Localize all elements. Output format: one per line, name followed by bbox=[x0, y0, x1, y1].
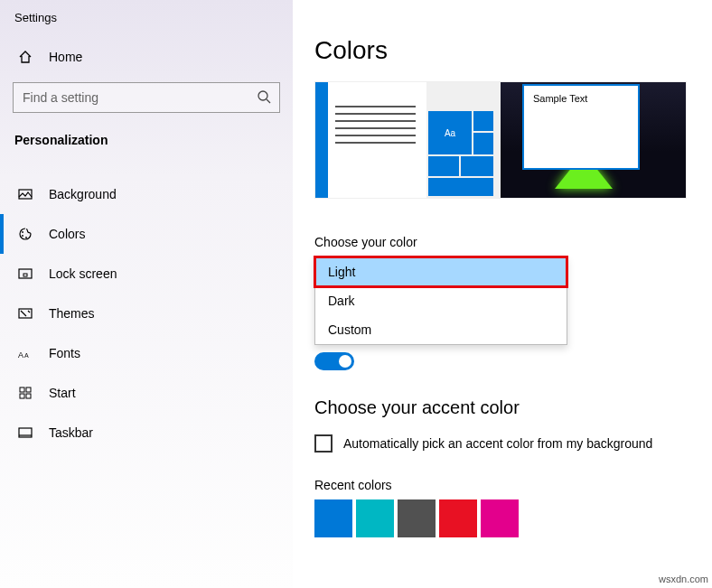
preview-sample-text: Sample Text bbox=[533, 93, 587, 104]
sidebar-item-label: Taskbar bbox=[49, 425, 93, 440]
svg-rect-11 bbox=[20, 387, 24, 392]
taskbar-icon bbox=[18, 425, 33, 440]
page-title: Colors bbox=[314, 36, 687, 65]
accent-heading: Choose your accent color bbox=[314, 397, 687, 418]
theme-preview: Aa Sample Text bbox=[314, 81, 687, 199]
preview-tiles: Aa bbox=[426, 82, 501, 198]
svg-point-3 bbox=[22, 231, 23, 233]
toggle-behind-dropdown bbox=[314, 352, 687, 370]
start-icon bbox=[18, 386, 33, 400]
app-title: Settings bbox=[0, 9, 293, 41]
home-label: Home bbox=[49, 50, 82, 64]
svg-rect-12 bbox=[26, 387, 31, 392]
preview-window: Sample Text bbox=[522, 84, 640, 170]
svg-point-0 bbox=[258, 91, 267, 100]
themes-icon bbox=[18, 306, 33, 321]
color-mode-dropdown[interactable]: Light Dark Custom bbox=[314, 257, 567, 345]
swatch-0[interactable] bbox=[314, 499, 352, 537]
sidebar-item-label: Themes bbox=[49, 306, 95, 321]
recent-colors-label: Recent colors bbox=[314, 478, 687, 492]
auto-pick-row[interactable]: Automatically pick an accent color from … bbox=[314, 434, 687, 453]
sidebar-item-label: Lock screen bbox=[49, 266, 117, 281]
sidebar-item-label: Colors bbox=[49, 227, 85, 241]
swatch-1[interactable] bbox=[356, 499, 394, 537]
auto-pick-checkbox[interactable] bbox=[314, 434, 333, 453]
swatch-4[interactable] bbox=[481, 499, 519, 537]
nav-list: Background Colors Lock screen Themes AA … bbox=[0, 174, 293, 453]
lockscreen-icon bbox=[18, 266, 33, 281]
color-option-custom[interactable]: Custom bbox=[315, 315, 567, 344]
svg-rect-13 bbox=[20, 394, 24, 398]
preview-accent-bar bbox=[315, 82, 328, 198]
svg-point-5 bbox=[25, 237, 27, 238]
palette-icon bbox=[18, 227, 33, 241]
main-content: Colors Aa Sample Text Choose your c bbox=[293, 0, 712, 588]
sidebar-item-label: Fonts bbox=[49, 346, 80, 360]
color-option-dark[interactable]: Dark bbox=[315, 286, 567, 315]
home-button[interactable]: Home bbox=[0, 41, 293, 73]
sidebar-item-start[interactable]: Start bbox=[0, 373, 293, 413]
preview-light: Aa bbox=[315, 82, 501, 198]
search-input[interactable] bbox=[13, 82, 280, 113]
sidebar-item-background[interactable]: Background bbox=[0, 174, 293, 214]
preview-list bbox=[328, 82, 426, 198]
fonts-icon: AA bbox=[18, 346, 33, 360]
sidebar-item-colors[interactable]: Colors bbox=[0, 214, 293, 254]
svg-text:A: A bbox=[24, 352, 29, 359]
category-heading: Personalization bbox=[0, 113, 293, 156]
auto-pick-label: Automatically pick an accent color from … bbox=[343, 436, 652, 451]
sidebar-item-label: Background bbox=[49, 187, 117, 201]
choose-color-label: Choose your color bbox=[314, 235, 687, 249]
sidebar-item-taskbar[interactable]: Taskbar bbox=[0, 413, 293, 453]
sidebar: Settings Home Personalization Background… bbox=[0, 0, 293, 588]
image-icon bbox=[18, 187, 33, 201]
svg-rect-8 bbox=[19, 309, 32, 318]
color-option-light[interactable]: Light bbox=[315, 257, 567, 286]
toggle-switch[interactable] bbox=[314, 352, 354, 370]
search-icon bbox=[257, 89, 271, 107]
swatch-2[interactable] bbox=[398, 499, 436, 537]
svg-text:A: A bbox=[18, 350, 23, 359]
search-wrap bbox=[13, 82, 280, 113]
swatch-3[interactable] bbox=[439, 499, 477, 537]
attribution: wsxdn.com bbox=[659, 574, 708, 584]
preview-dark: Sample Text bbox=[501, 82, 686, 198]
recent-color-swatches bbox=[314, 499, 687, 537]
sidebar-item-lockscreen[interactable]: Lock screen bbox=[0, 254, 293, 294]
svg-rect-14 bbox=[26, 394, 31, 398]
preview-tile-aa: Aa bbox=[428, 111, 472, 154]
svg-rect-7 bbox=[23, 274, 27, 276]
svg-point-4 bbox=[22, 235, 23, 237]
home-icon bbox=[18, 51, 33, 63]
sidebar-item-label: Start bbox=[49, 386, 76, 400]
svg-line-1 bbox=[267, 99, 270, 103]
sidebar-item-fonts[interactable]: AA Fonts bbox=[0, 333, 293, 373]
sidebar-item-themes[interactable]: Themes bbox=[0, 294, 293, 333]
